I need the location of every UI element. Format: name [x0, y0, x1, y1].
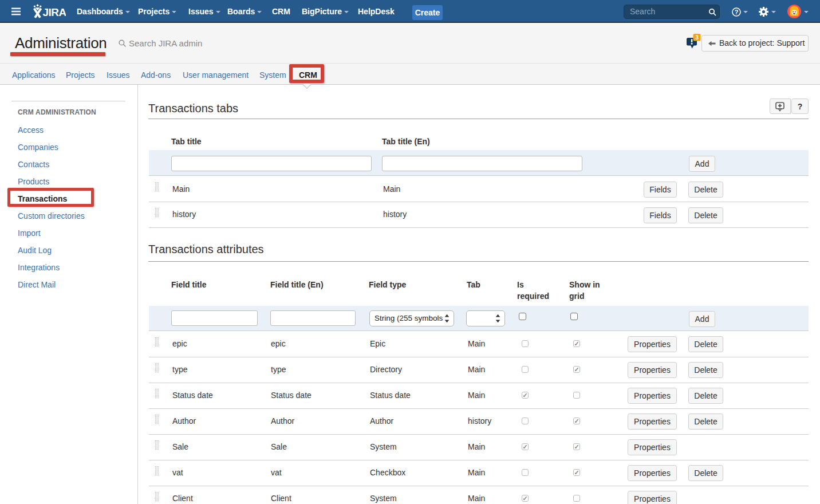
svg-text:3: 3 [695, 34, 699, 41]
svg-text:JIRA: JIRA [43, 6, 66, 18]
svg-text:?: ? [735, 9, 739, 15]
